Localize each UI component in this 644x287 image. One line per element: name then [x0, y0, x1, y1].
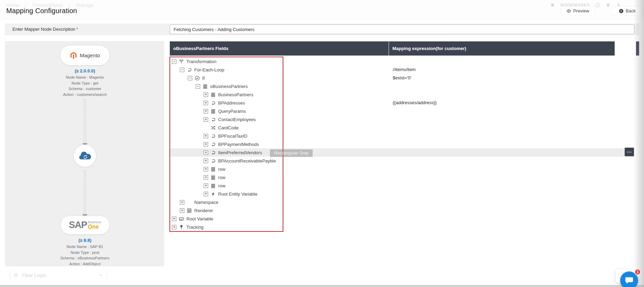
chevron-down-icon [98, 273, 103, 277]
flow-connector [84, 99, 86, 143]
tree-row[interactable]: + ContactEmployees [204, 115, 256, 123]
mapping-expression[interactable]: {{addresses/address}} [393, 99, 437, 107]
source-details: Node Name : Magento Node Type : get Sche… [16, 75, 154, 97]
tree-row[interactable]: + BusinessPartners [204, 90, 253, 99]
expander-toggle[interactable]: + [204, 159, 208, 163]
tree-row[interactable]: + Root Entity Variable [204, 190, 257, 198]
expander-toggle[interactable]: + [172, 225, 176, 229]
tree-row[interactable]: − oBusinessPartners [196, 82, 248, 90]
header-scroll-gap [615, 41, 634, 56]
source-node-magento[interactable]: Magento [60, 45, 110, 66]
tree-node-label: ContactEmployees [218, 117, 256, 122]
tree-node-label: BPFiscalTaxID [218, 133, 247, 139]
chevron-down-icon [24, 3, 28, 7]
flow-logic-label: Flow Logic [22, 272, 47, 278]
expander-toggle[interactable]: − [180, 68, 184, 72]
tree-node-label: QueryParams [218, 109, 246, 114]
tree-node-label: BPAddresses [218, 100, 245, 106]
list-icon [211, 175, 216, 180]
expander-toggle[interactable]: + [172, 217, 176, 221]
expander-toggle[interactable]: − [172, 59, 176, 64]
loop-icon [211, 158, 216, 164]
tree-row[interactable]: + row [204, 181, 225, 190]
bottom-strip [0, 285, 644, 287]
mapper-node-description-input[interactable] [170, 24, 634, 34]
tree-row[interactable]: + QueryParams [204, 107, 246, 115]
preview-button[interactable]: Preview [561, 6, 595, 16]
rectangular-snip-watermark: Rectangular Snip [270, 149, 313, 157]
expander-toggle[interactable]: − [196, 84, 200, 89]
tree-node-label: BPPaymentMethods [218, 142, 259, 147]
expander-toggle[interactable]: + [204, 134, 208, 138]
tree-row[interactable]: + row [204, 173, 225, 181]
expander-toggle[interactable]: + [204, 101, 208, 105]
tree-row[interactable]: + ItemPreferredVendors [204, 148, 262, 157]
integration-cloud-node[interactable] [74, 145, 96, 167]
tree-node-label: Tracking [186, 225, 203, 230]
source-node-name: Node Name : Magento [16, 75, 154, 80]
mapping-configuration-page: Home ProcessFlows Manage Mapping Configu… [0, 0, 644, 287]
preview-button-label: Preview [573, 8, 589, 13]
loop-icon [211, 117, 216, 122]
row-more-button[interactable]: ... [625, 148, 634, 156]
description-label: Enter Mapper Node Description* [12, 27, 78, 32]
loop-icon [211, 150, 216, 155]
list-icon [211, 92, 216, 97]
tree-node-label: row [218, 183, 225, 188]
flow-logic-dropdown[interactable]: Flow Logic [10, 270, 107, 279]
description-label-text: Enter Mapper Node Description [12, 27, 75, 32]
tree-node-label: oBusinessPartners [210, 84, 248, 89]
target-action: Action : AddObject [16, 261, 154, 267]
expander-toggle[interactable]: + [180, 208, 184, 213]
magento-logo-icon [70, 52, 77, 59]
expander-toggle[interactable]: + [204, 92, 208, 97]
target-details: Node Name : SAP B1 Node Type : post Sche… [16, 244, 154, 267]
expander-toggle[interactable]: + [204, 150, 208, 155]
tree-row[interactable]: + Namespace [180, 198, 218, 206]
tree-row[interactable]: + BPPaymentMethods [204, 140, 259, 148]
expander-toggle[interactable]: + [204, 192, 208, 196]
mapping-expression[interactable]: //items/item [393, 66, 416, 74]
tree-row[interactable]: + Renderer [180, 206, 213, 215]
tree-row[interactable]: + BPAccountReceivablePayble [204, 157, 276, 165]
if-icon [195, 76, 200, 81]
expander-toggle[interactable]: + [204, 175, 208, 180]
tree-node-label: BusinessPartners [218, 92, 253, 97]
loop-icon [211, 133, 216, 139]
tree-node-label: BPAccountReceivablePayble [218, 158, 276, 164]
tree-node-label: Namespace [194, 200, 218, 205]
tree-row[interactable]: − Transformation [172, 57, 216, 66]
back-button[interactable]: Back [612, 6, 643, 16]
tree-row[interactable]: − For-Each-Loop [180, 66, 224, 74]
tree-row[interactable]: + BPAddresses [204, 99, 245, 107]
tree-row[interactable]: − If [188, 74, 205, 82]
mapping-expression[interactable]: $exist='0' [393, 74, 411, 82]
expander-toggle[interactable]: + [204, 167, 208, 171]
expander-toggle[interactable]: + [204, 184, 208, 188]
tree-node-label: row [218, 175, 225, 180]
expander-toggle[interactable]: + [204, 109, 208, 113]
root-variable-icon [179, 216, 184, 221]
tree-row[interactable]: + Tracking [172, 223, 203, 231]
transformation-icon [179, 59, 184, 64]
target-node-sap-b1[interactable]: SAP Business One [60, 216, 110, 235]
breadcrumb-manage: Manage [76, 2, 94, 8]
bolt-icon [211, 191, 216, 197]
tree-row[interactable]: + row [204, 165, 225, 173]
back-arrow-icon [619, 9, 624, 13]
mapper-table-header: oBusinessPartners Fields Mapping express… [170, 41, 634, 56]
tree-row[interactable]: + Root Variable [172, 215, 213, 223]
expander-toggle[interactable]: + [180, 200, 184, 205]
tree-row[interactable]: CardCode [204, 123, 238, 132]
tree-node-label: Root Entity Variable [218, 191, 257, 197]
target-version: (≥ 8.8) [33, 238, 137, 243]
required-asterisk: * [76, 27, 78, 32]
expander-toggle[interactable]: + [204, 142, 208, 147]
tree-node-label: If [202, 76, 205, 81]
flow-connector [84, 170, 86, 214]
expander-toggle[interactable]: − [188, 76, 192, 80]
sap-one-text: One [88, 224, 101, 230]
expander-toggle[interactable]: + [204, 117, 208, 122]
tree-row[interactable]: + BPFiscalTaxID [204, 132, 247, 140]
renderer-icon [187, 208, 192, 213]
